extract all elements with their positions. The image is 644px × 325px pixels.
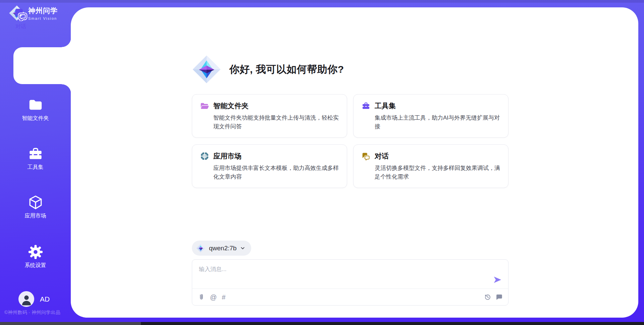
hash-icon: # [222,294,225,301]
app-grid-icon [200,152,209,160]
chevron-down-icon [240,246,245,251]
attach-file-button[interactable] [198,294,205,301]
card-title: 对话 [375,151,389,161]
model-logo-icon [196,244,205,253]
chat-icon [14,7,28,21]
bump-fillet-top [62,38,71,47]
model-name: qwen2:7b [209,245,236,252]
person-icon [19,292,34,307]
send-button[interactable] [493,275,503,285]
card-header: 工具集 [362,101,500,111]
sidebar-item-label: 智能文件夹 [22,115,49,122]
card-header: 应用市场 [200,151,339,161]
folder-open-icon [200,102,209,110]
sidebar-item-settings[interactable]: 系统设置 [0,244,71,269]
taskbar-strip-left [0,322,141,325]
toolbox-icon [28,146,43,161]
bump-fillet-bottom [62,84,71,93]
sidebar-item-label: 工具集 [28,164,44,171]
sidebar-item-label: 对话 [15,23,26,30]
chat-bubbles-icon [362,152,370,160]
message-composer: @ # [192,259,508,306]
user-account[interactable]: AD [18,291,50,307]
brand-diamond-icon [192,55,221,84]
card-title: 应用市场 [213,151,241,161]
sidebar-item-chat-content[interactable]: 对话 [0,0,42,37]
greeting-block: 你好, 我可以如何帮助你? [192,55,508,84]
composer-right-tools [484,294,502,301]
topic-button[interactable]: # [222,294,225,301]
card-description: 智能文件夹功能支持批量文件上传与清洗，轻松实现文件问答 [213,114,339,131]
card-title: 智能文件夹 [213,101,249,111]
card-title: 工具集 [375,101,396,111]
card-chat[interactable]: 对话 灵活切换多模型文件，支持多样回复效果调试，满足个性化需求 [353,144,508,188]
greeting-title: 你好, 我可以如何帮助你? [229,63,344,76]
sidebar-footer: ©神州数码 · 神州问学出品 [4,310,71,316]
model-selector[interactable]: qwen2:7b [192,241,251,256]
sidebar-item-toolset[interactable]: 工具集 [0,146,71,171]
composer-toolbar: @ # [192,288,508,305]
main-content: 你好, 我可以如何帮助你? 智能文件夹 智能文件夹功能支持批量文件上传与清洗，轻… [192,7,508,306]
avatar [18,291,34,307]
card-description: 灵活切换多模型文件，支持多样回复效果调试，满足个性化需求 [375,164,500,181]
history-clock-icon [484,294,491,301]
history-button[interactable] [484,294,491,301]
card-description: 应用市场提供丰富长文本模板，助力高效生成多样化文章内容 [213,164,339,181]
mention-button[interactable]: @ [210,294,217,301]
sidebar-item-chat[interactable] [13,47,71,84]
at-icon: @ [210,294,217,301]
card-description: 集成市场上主流工具，助力AI与外界无缝扩展与对接 [375,114,500,131]
card-header: 对话 [362,151,500,161]
card-header: 智能文件夹 [200,101,339,111]
card-app-market[interactable]: 应用市场 应用市场提供丰富长文本模板，助力高效生成多样化文章内容 [192,144,347,188]
folder-icon [28,97,43,113]
card-smart-folder[interactable]: 智能文件夹 智能文件夹功能支持批量文件上传与清洗，轻松实现文件问答 [192,94,347,138]
conversation-button[interactable] [495,294,502,301]
card-toolset[interactable]: 工具集 集成市场上主流工具，助力AI与外界无缝扩展与对接 [353,94,508,138]
window-top-edge [0,0,644,3]
send-icon [493,275,503,284]
composer-left-tools: @ # [198,294,225,301]
sidebar-item-label: 应用市场 [25,212,46,219]
gear-icon [28,244,43,260]
message-input[interactable] [192,260,508,288]
sidebar-item-label: 系统设置 [25,262,46,269]
feature-cards: 智能文件夹 智能文件夹功能支持批量文件上传与清洗，轻松实现文件问答 工具集 集成… [192,94,508,188]
toolbox-icon [362,102,370,110]
taskbar-strip [0,322,644,325]
paperclip-icon [198,294,205,301]
sidebar-item-app-market[interactable]: 应用市场 [0,195,71,219]
chat-bubble-icon [495,294,502,301]
user-name: AD [40,295,50,303]
main-panel: 你好, 我可以如何帮助你? 智能文件夹 智能文件夹功能支持批量文件上传与清洗，轻… [71,7,638,318]
sidebar-item-smart-folder[interactable]: 智能文件夹 [0,97,71,122]
cube-icon [28,195,43,210]
